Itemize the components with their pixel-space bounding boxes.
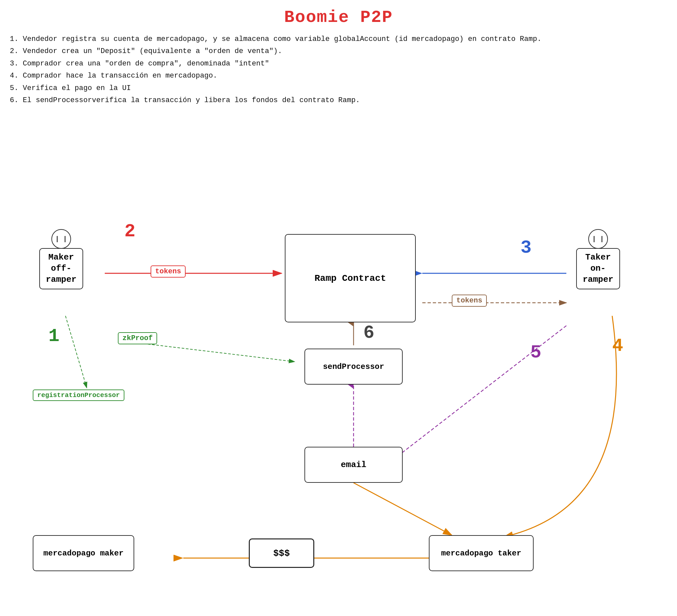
description: 1. Vendedor registra su cuenta de mercad… bbox=[0, 27, 677, 106]
step-5-number: 5 bbox=[530, 342, 541, 363]
desc-line-4: 4. Comprador hace la transacción en merc… bbox=[10, 70, 667, 82]
maker-head: | | bbox=[51, 229, 71, 249]
registration-processor-label: registrationProcessor bbox=[33, 389, 124, 401]
mercadopago-taker-box: mercadopago taker bbox=[429, 535, 534, 571]
tokens-brown-label: tokens bbox=[452, 295, 487, 307]
email-box: email bbox=[305, 447, 403, 483]
step-4-number: 4 bbox=[612, 335, 623, 357]
taker-head: | | bbox=[588, 229, 608, 249]
svg-line-13 bbox=[65, 316, 87, 388]
send-processor-box: sendProcessor bbox=[305, 348, 403, 385]
diagram-area: Ramp Contract | | Makeroff-ramper | | Ta… bbox=[0, 113, 677, 587]
money-box: $$$ bbox=[249, 538, 314, 568]
desc-line-1: 1. Vendedor registra su cuenta de mercad… bbox=[10, 33, 667, 45]
step-2-number: 2 bbox=[124, 221, 136, 242]
step-1-number: 1 bbox=[48, 326, 59, 347]
step-6-number: 6 bbox=[363, 322, 374, 343]
maker-body: Makeroff-ramper bbox=[39, 248, 83, 289]
desc-line-5: 5. Verifica el pago en la UI bbox=[10, 82, 667, 94]
page-title: Boomie P2P bbox=[0, 0, 677, 27]
taker-body: Takeron-ramper bbox=[576, 248, 620, 289]
ramp-contract-box: Ramp Contract bbox=[285, 234, 416, 322]
desc-line-3: 3. Comprador crea una "orden de compra",… bbox=[10, 58, 667, 70]
tokens-red-label: tokens bbox=[150, 266, 186, 278]
maker-actor: | | Makeroff-ramper bbox=[39, 229, 83, 289]
step-3-number: 3 bbox=[521, 237, 532, 258]
svg-line-17 bbox=[354, 483, 452, 535]
svg-line-14 bbox=[131, 342, 295, 362]
zkproof-label: zkProof bbox=[118, 332, 157, 344]
mercadopago-maker-box: mercadopago maker bbox=[33, 535, 134, 571]
desc-line-2: 2. Vendedor crea un "Deposit" (equivalen… bbox=[10, 45, 667, 57]
desc-line-6: 6. El sendProcessorverifica la transacci… bbox=[10, 94, 667, 106]
taker-actor: | | Takeron-ramper bbox=[576, 229, 620, 289]
